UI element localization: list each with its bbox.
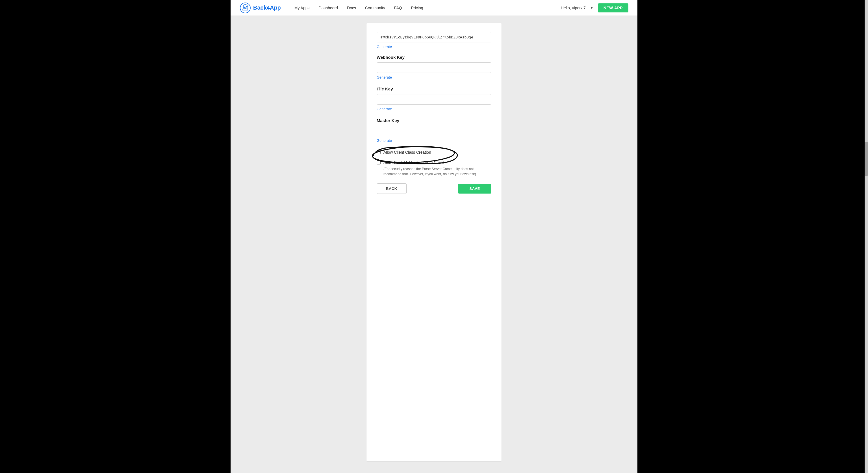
hello-text: Hello, viperxj7 xyxy=(561,6,586,10)
svg-point-6 xyxy=(246,6,247,7)
nav-my-apps[interactable]: My Apps xyxy=(294,6,310,10)
content-area: Generate Webhook Key Generate File Key G… xyxy=(230,16,638,473)
master-key-label: Master Key xyxy=(377,118,491,123)
nav-links: My Apps Dashboard Docs Community FAQ Pri… xyxy=(294,6,561,10)
file-key-section: File Key Generate xyxy=(377,87,491,111)
scrollbar-thumb[interactable] xyxy=(865,142,868,176)
allow-client-class-row: Allow Client Class Creation xyxy=(377,150,491,155)
file-generate-link[interactable]: Generate xyxy=(377,107,392,111)
svg-point-5 xyxy=(243,6,244,7)
webhook-key-section: Webhook Key Generate xyxy=(377,55,491,80)
nav-dashboard[interactable]: Dashboard xyxy=(319,6,338,10)
allow-push-label[interactable]: Allow Push Notification from Client xyxy=(383,160,444,165)
nav-community[interactable]: Community xyxy=(365,6,385,10)
push-notification-sub-text: (For security reasons the Parse Server C… xyxy=(383,166,491,177)
webhook-generate-link[interactable]: Generate xyxy=(377,75,392,80)
save-button[interactable]: SAVE xyxy=(458,184,491,194)
webhook-key-label: Webhook Key xyxy=(377,55,491,60)
checkbox-section: Allow Client Class Creation Allow Push N… xyxy=(377,150,491,177)
dropdown-arrow-icon: ▼ xyxy=(590,6,593,10)
logo-text: Back4App xyxy=(253,4,281,11)
master-key-section: Master Key Generate xyxy=(377,118,491,143)
nav-pricing[interactable]: Pricing xyxy=(411,6,423,10)
navbar: Back4App My Apps Dashboard Docs Communit… xyxy=(230,0,638,16)
logo-icon xyxy=(240,2,251,13)
file-key-label: File Key xyxy=(377,87,491,91)
allow-client-class-checkbox[interactable] xyxy=(377,150,381,154)
master-key-input[interactable] xyxy=(377,126,491,136)
allow-client-class-label[interactable]: Allow Client Class Creation xyxy=(383,150,431,155)
top-key-input[interactable] xyxy=(377,32,491,42)
allow-push-checkbox[interactable] xyxy=(377,160,381,164)
svg-line-3 xyxy=(247,8,248,10)
webhook-key-input[interactable] xyxy=(377,62,491,73)
scrollbar[interactable] xyxy=(865,0,868,473)
master-generate-link[interactable]: Generate xyxy=(377,138,392,143)
navbar-right: Hello, viperxj7 ▼ NEW APP xyxy=(561,3,628,12)
top-key-field: Generate xyxy=(377,32,491,49)
logo-link[interactable]: Back4App xyxy=(240,2,281,13)
push-notification-text: Allow Push Notification from Client (For… xyxy=(383,160,491,177)
back-button[interactable]: BACK xyxy=(377,183,407,194)
nav-docs[interactable]: Docs xyxy=(347,6,356,10)
top-generate-link[interactable]: Generate xyxy=(377,45,392,49)
button-row: BACK SAVE xyxy=(377,183,491,194)
file-key-input[interactable] xyxy=(377,94,491,104)
allow-push-notification-row: Allow Push Notification from Client (For… xyxy=(377,160,491,177)
new-app-button[interactable]: NEW APP xyxy=(598,3,628,12)
form-card: Generate Webhook Key Generate File Key G… xyxy=(366,23,502,462)
svg-line-2 xyxy=(242,8,244,10)
nav-faq[interactable]: FAQ xyxy=(394,6,402,10)
